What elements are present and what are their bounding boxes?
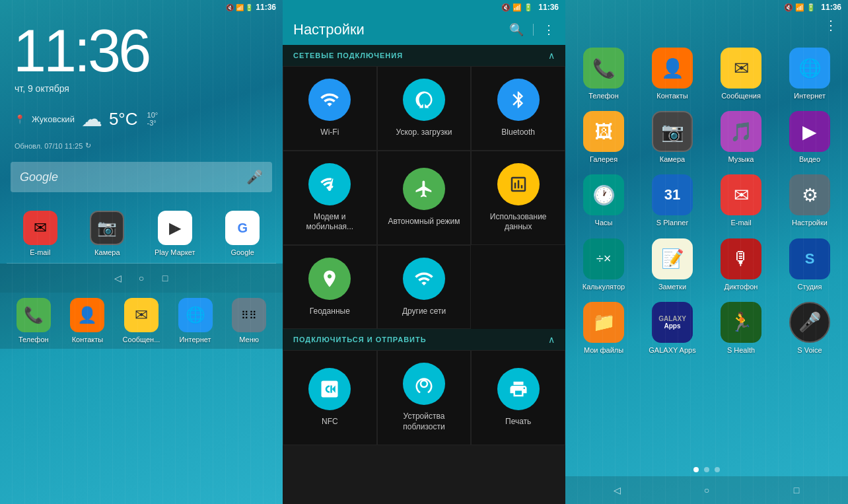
phone-dock-label: Телефон	[18, 336, 49, 343]
splanner-icon: 31	[652, 174, 693, 215]
nav-bar-panel3: ◁ ○ □	[565, 476, 848, 504]
dock-menu[interactable]: ⠿⠿ Меню	[229, 298, 269, 343]
recents-button[interactable]: □	[156, 269, 174, 287]
status-icons-p1: 🔇 📶 🔋	[226, 4, 254, 11]
wifi-icon	[308, 79, 351, 121]
app-gallery[interactable]: 🖼 Галерея	[571, 107, 637, 168]
weather-updated: Обновл. 07/10 11:25 ↻	[0, 141, 283, 150]
studio-icon: S	[789, 238, 830, 279]
app-internet[interactable]: 🌐 Интернет	[777, 44, 843, 104]
app-svoice[interactable]: 🎤 S Voice	[777, 298, 843, 359]
messages-dock-label: Сообщен...	[123, 336, 160, 343]
lock-screen-panel: 🔇 📶 🔋 11:36 11:36 чт, 9 октября 📍 Жуковс…	[0, 0, 283, 504]
phone-icon: 📞	[583, 48, 624, 89]
back-button[interactable]: ◁	[108, 269, 127, 287]
bluetooth-setting[interactable]: Bluetooth	[471, 66, 565, 151]
app-phone[interactable]: 📞 Телефон	[571, 44, 637, 104]
print-label: Печать	[505, 417, 531, 427]
data-usage-setting[interactable]: Использование данных	[471, 151, 565, 245]
app-camera[interactable]: 📷 Камера	[639, 107, 705, 168]
app-recorder[interactable]: 🎙 Диктофон	[708, 234, 774, 295]
app-messages[interactable]: ✉ Сообщения	[708, 44, 774, 104]
page-dot-2[interactable]	[704, 467, 709, 472]
section2-header[interactable]: ПОДКЛЮЧИТЬСЯ И ОТПРАВИТЬ ∧	[283, 329, 565, 350]
app-studio[interactable]: S Студия	[777, 234, 843, 295]
nfc-setting[interactable]: NFC	[283, 350, 377, 445]
app-clock[interactable]: 🕐 Часы	[571, 170, 637, 231]
contacts-dock-icon: 👤	[70, 298, 104, 332]
phone-label: Телефон	[588, 92, 619, 100]
app-settings[interactable]: ⚙ Настройки	[777, 170, 843, 231]
dock-phone[interactable]: 📞 Телефон	[14, 298, 53, 343]
bluetooth-label: Bluetooth	[501, 127, 535, 138]
google-app-label: Google	[230, 248, 254, 256]
home-button-p3[interactable]: ○	[693, 480, 720, 500]
more-options-icon[interactable]: ⋮	[543, 22, 555, 37]
camera-app-label: Камера	[94, 248, 120, 256]
airplane-setting[interactable]: Автономный режим	[377, 151, 472, 245]
app-email[interactable]: ✉ E-mail	[708, 170, 774, 231]
tethering-setting[interactable]: Модем и мобильная...	[283, 151, 377, 245]
location-setting[interactable]: Геоданные	[283, 245, 377, 330]
search-icon[interactable]: 🔍	[509, 22, 524, 37]
camera-icon: 📷	[652, 111, 693, 152]
app-play[interactable]: ▶ Play Маркет	[155, 211, 195, 256]
network-settings-grid: Wi-Fi Ускор. загрузки Bluetooth	[283, 66, 565, 329]
download-booster-setting[interactable]: Ускор. загрузки	[377, 66, 472, 151]
app-galaxy-apps[interactable]: GALAXY Apps GALAXY Apps	[639, 298, 705, 359]
statusbar-panel2: 🔇 📶 🔋 11:36	[283, 0, 565, 15]
download-booster-label: Ускор. загрузки	[396, 127, 452, 138]
more-networks-setting[interactable]: Другие сети	[377, 245, 472, 330]
statusbar-time-p2: 11:36	[538, 3, 559, 12]
cloud-icon: ☁	[81, 106, 102, 131]
dock-messages[interactable]: ✉ Сообщен...	[122, 298, 161, 343]
google-app-icon: G	[225, 211, 260, 245]
app-shealth[interactable]: 🏃 S Health	[708, 298, 774, 359]
app-myfiles[interactable]: 📁 Мои файлы	[571, 298, 637, 359]
section1-header[interactable]: СЕТЕВЫЕ ПОДКЛЮЧЕНИЯ ∧	[283, 45, 565, 66]
back-button-p3[interactable]: ◁	[604, 480, 630, 500]
page-dot-3[interactable]	[715, 467, 720, 472]
section2-chevron-icon: ∧	[548, 334, 555, 345]
app-camera[interactable]: 📷 Камера	[87, 211, 127, 256]
app-notes[interactable]: 📝 Заметки	[639, 234, 705, 295]
download-booster-icon	[403, 79, 445, 121]
tethering-icon	[308, 163, 351, 205]
email-app-icon: ✉	[23, 211, 57, 245]
app-splanner[interactable]: 31 S Planner	[639, 170, 705, 231]
nfc-label: NFC	[322, 417, 338, 427]
lock-screen-clock: 11:36	[0, 15, 283, 81]
messages-dock-icon: ✉	[124, 298, 159, 332]
weather-temp: 5°С	[109, 109, 138, 129]
weather-temp-range: 10° -3°	[147, 111, 159, 127]
app-calculator[interactable]: ÷× Калькулятор	[571, 234, 637, 295]
dock-internet[interactable]: 🌐 Интернет	[176, 298, 215, 343]
dock-contacts[interactable]: 👤 Контакты	[67, 298, 107, 343]
notes-label: Заметки	[658, 283, 686, 291]
app-email[interactable]: ✉ E-mail	[20, 211, 60, 256]
app-google[interactable]: G Google	[223, 211, 262, 256]
app-contacts[interactable]: 👤 Контакты	[639, 44, 705, 104]
galaxy-apps-icon: GALAXY Apps	[652, 302, 693, 343]
music-label: Музыка	[728, 155, 754, 164]
mic-icon[interactable]: 🎤	[246, 169, 263, 185]
nearby-devices-label: Устройства поблизости	[384, 412, 464, 432]
nfc-icon	[308, 368, 351, 410]
menu-dock-icon: ⠿⠿	[232, 298, 266, 332]
weather-location: Жуковский	[32, 114, 75, 124]
contacts-icon: 👤	[652, 48, 693, 89]
data-usage-label: Использование данных	[478, 212, 558, 233]
app-video[interactable]: ▶ Видео	[777, 107, 843, 168]
nearby-devices-setting[interactable]: Устройства поблизости	[377, 350, 472, 445]
page-dots	[565, 463, 848, 476]
recents-button-p3[interactable]: □	[783, 480, 810, 500]
header-icons: 🔍 ⋮	[509, 22, 555, 37]
page-dot-1[interactable]	[693, 467, 699, 472]
google-search-bar[interactable]: Google 🎤	[11, 162, 272, 192]
drawer-more-icon[interactable]: ⋮	[824, 17, 837, 33]
home-button[interactable]: ○	[132, 269, 151, 287]
print-setting[interactable]: Печать	[471, 350, 565, 445]
app-music[interactable]: 🎵 Музыка	[708, 107, 774, 168]
wifi-setting[interactable]: Wi-Fi	[283, 66, 377, 151]
video-icon: ▶	[789, 111, 830, 152]
